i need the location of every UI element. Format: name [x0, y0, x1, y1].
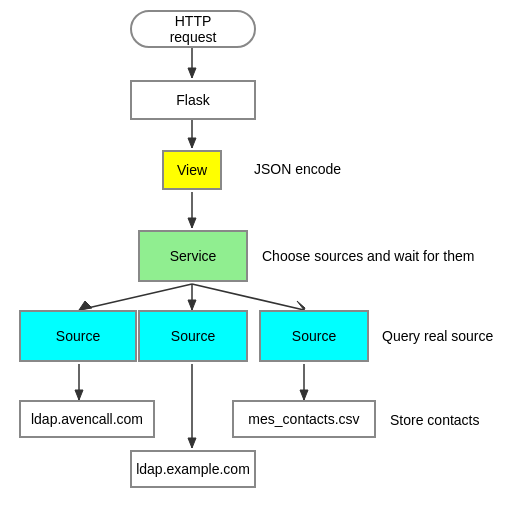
http-request-label: HTTP request — [150, 13, 236, 45]
mes-node: mes_contacts.csv — [232, 400, 376, 438]
svg-marker-1 — [188, 68, 196, 78]
source1-label: Source — [56, 328, 100, 344]
view-label: View — [177, 162, 207, 178]
service-node: Service — [138, 230, 248, 282]
view-node: View — [162, 150, 222, 190]
mes-label: mes_contacts.csv — [248, 411, 359, 427]
store-contacts-label: Store contacts — [390, 412, 480, 428]
svg-marker-11 — [297, 301, 305, 310]
ldap2-node: ldap.example.com — [130, 450, 256, 488]
diagram: HTTP request Flask View JSON encode Serv… — [0, 0, 514, 521]
source1-node: Source — [19, 310, 137, 362]
svg-line-6 — [79, 284, 192, 310]
choose-sources-label: Choose sources and wait for them — [262, 248, 474, 264]
ldap2-label: ldap.example.com — [136, 461, 250, 477]
flask-node: Flask — [130, 80, 256, 120]
source3-node: Source — [259, 310, 369, 362]
json-encode-label: JSON encode — [254, 161, 341, 177]
svg-marker-9 — [188, 300, 196, 310]
svg-marker-17 — [300, 390, 308, 400]
query-real-label: Query real source — [382, 328, 493, 344]
svg-marker-5 — [188, 218, 196, 228]
http-request-node: HTTP request — [130, 10, 256, 48]
svg-marker-3 — [188, 138, 196, 148]
source2-label: Source — [171, 328, 215, 344]
source3-label: Source — [292, 328, 336, 344]
flask-label: Flask — [176, 92, 209, 108]
ldap1-node: ldap.avencall.com — [19, 400, 155, 438]
source2-node: Source — [138, 310, 248, 362]
svg-marker-7 — [79, 301, 92, 310]
svg-marker-13 — [75, 390, 83, 400]
svg-line-10 — [192, 284, 304, 310]
service-label: Service — [170, 248, 217, 264]
svg-marker-15 — [188, 438, 196, 448]
ldap1-label: ldap.avencall.com — [31, 411, 143, 427]
